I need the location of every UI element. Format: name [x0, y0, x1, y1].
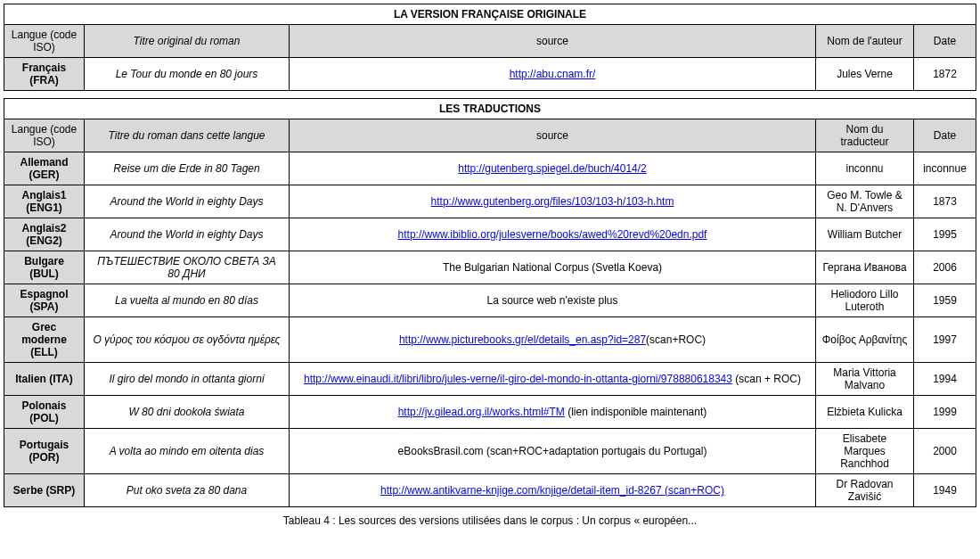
table1-title: LA VERSION FRANÇAISE ORIGINALE	[4, 4, 976, 25]
source-extra: eBooksBrasil.com (scan+ROC+adaptation po…	[398, 445, 707, 457]
table-row: Polonais (POL)W 80 dni dookoła światahtt…	[4, 396, 976, 429]
hdr-date: Date	[914, 25, 976, 58]
title-cell: Around the World in eighty Days	[85, 218, 290, 251]
source-cell: http://www.gutenberg.org/files/103/103-h…	[290, 185, 816, 218]
name-cell: Dr Radovan Zavišić	[816, 474, 914, 507]
hdr-langue: Langue (code ISO)	[4, 25, 85, 58]
table-row: Grec moderne (ELL)Ο γύρος του κόσμου σε …	[4, 317, 976, 363]
source-extra: La source web n'existe plus	[486, 294, 617, 307]
date-cell: 1872	[914, 58, 976, 91]
source-cell: http://www.einaudi.it/libri/libro/jules-…	[290, 363, 816, 396]
name-cell: Φοίβος Αρβανίτης	[816, 317, 914, 363]
table-caption: Tableau 4 : Les sources des versions uti…	[4, 514, 976, 527]
table-row: Bulgare (BUL)ПЪТЕШЕСТВИЕ ОКОЛО СВЕТА ЗА …	[4, 251, 976, 284]
table1-header-row: Langue (code ISO) Titre original du roma…	[4, 25, 976, 58]
lang-cell: Italien (ITA)	[4, 363, 85, 396]
source-link[interactable]: http://www.ibiblio.org/julesverne/books/…	[398, 228, 707, 241]
date-cell: 1997	[914, 317, 976, 363]
source-cell: The Bulgarian National Corpus (Svetla Ko…	[290, 251, 816, 284]
title-cell: La vuelta al mundo en 80 días	[85, 284, 290, 317]
hdr-nom: Nom de l'auteur	[816, 25, 914, 58]
title-cell: Ο γύρος του κόσμου σε ογδόντα ημέρες	[85, 317, 290, 363]
source-cell: http://www.ibiblio.org/julesverne/books/…	[290, 218, 816, 251]
hdr-langue: Langue (code ISO)	[4, 119, 85, 152]
name-cell: William Butcher	[816, 218, 914, 251]
lang-cell: Portugais (POR)	[4, 429, 85, 474]
source-cell: http://www.picturebooks.gr/el/details_en…	[290, 317, 816, 363]
date-cell: 1959	[914, 284, 976, 317]
table-row: Anglais1 (ENG1)Around the World in eight…	[4, 185, 976, 218]
source-extra: (lien indisponible maintenant)	[565, 406, 706, 418]
date-cell: 1999	[914, 396, 976, 429]
table-row: Serbe (SRP)Put oko sveta za 80 danahttp:…	[4, 474, 976, 507]
title-cell: Put oko sveta za 80 dana	[85, 474, 290, 507]
title-cell: Around the World in eighty Days	[85, 185, 290, 218]
table2-header-row: Langue (code ISO) Titre du roman dans ce…	[4, 119, 976, 152]
lang-cell: Anglais1 (ENG1)	[4, 185, 85, 218]
name-cell: Heliodoro Lillo Luteroth	[816, 284, 914, 317]
title-cell: A volta ao mindo em oitenta dias	[85, 429, 290, 474]
table-row: Espagnol (SPA)La vuelta al mundo en 80 d…	[4, 284, 976, 317]
source-extra: The Bulgarian National Corpus (Svetla Ko…	[443, 261, 662, 274]
source-link[interactable]: http://gutenberg.spiegel.de/buch/4014/2	[458, 162, 647, 175]
source-link[interactable]: http://www.antikvarne-knjige.com/knjige/…	[380, 484, 724, 497]
lang-cell: Grec moderne (ELL)	[4, 317, 85, 363]
hdr-date: Date	[914, 119, 976, 152]
source-extra: (scan + ROC)	[732, 373, 801, 385]
title-cell: ПЪТЕШЕСТВИЕ ОКОЛО СВЕТА ЗА 80 ДНИ	[85, 251, 290, 284]
name-cell: Jules Verne	[816, 58, 914, 91]
title-cell: Il giro del mondo in ottanta giorni	[85, 363, 290, 396]
lang-cell: Français (FRA)	[4, 58, 85, 91]
name-cell: Elisabete Marques Ranchhod	[816, 429, 914, 474]
date-cell: 2000	[914, 429, 976, 474]
lang-cell: Bulgare (BUL)	[4, 251, 85, 284]
source-cell: http://abu.cnam.fr/	[290, 58, 816, 91]
title-cell: Reise um die Erde in 80 Tagen	[85, 152, 290, 185]
name-cell: Geo M. Towle & N. D'Anvers	[816, 185, 914, 218]
name-cell: Elżbieta Kulicka	[816, 396, 914, 429]
lang-cell: Polonais (POL)	[4, 396, 85, 429]
date-cell: 1873	[914, 185, 976, 218]
table-translations: LES TRADUCTIONS Langue (code ISO) Titre …	[4, 98, 976, 507]
table-row: Portugais (POR)A volta ao mindo em oiten…	[4, 429, 976, 474]
source-link[interactable]: http://abu.cnam.fr/	[510, 68, 596, 80]
hdr-source: source	[290, 25, 816, 58]
table1-title-row: LA VERSION FRANÇAISE ORIGINALE	[4, 4, 976, 25]
lang-cell: Anglais2 (ENG2)	[4, 218, 85, 251]
name-cell: inconnu	[816, 152, 914, 185]
source-link[interactable]: http://www.einaudi.it/libri/libro/jules-…	[304, 373, 732, 385]
date-cell: 1995	[914, 218, 976, 251]
lang-cell: Serbe (SRP)	[4, 474, 85, 507]
source-cell: http://gutenberg.spiegel.de/buch/4014/2	[290, 152, 816, 185]
title-cell: W 80 dni dookoła świata	[85, 396, 290, 429]
source-link[interactable]: http://www.gutenberg.org/files/103/103-h…	[431, 195, 674, 208]
source-cell: La source web n'existe plus	[290, 284, 816, 317]
source-link[interactable]: http://jv.gilead.org.il/works.html#TM	[398, 406, 565, 418]
table2-title-row: LES TRADUCTIONS	[4, 99, 976, 119]
source-cell: eBooksBrasil.com (scan+ROC+adaptation po…	[290, 429, 816, 474]
name-cell: Гергана Иванова	[816, 251, 914, 284]
hdr-source: source	[290, 119, 816, 152]
date-cell: inconnue	[914, 152, 976, 185]
date-cell: 2006	[914, 251, 976, 284]
date-cell: 1994	[914, 363, 976, 396]
source-cell: http://jv.gilead.org.il/works.html#TM (l…	[290, 396, 816, 429]
hdr-nom: Nom du traducteur	[816, 119, 914, 152]
date-cell: 1949	[914, 474, 976, 507]
lang-cell: Allemand (GER)	[4, 152, 85, 185]
source-cell: http://www.antikvarne-knjige.com/knjige/…	[290, 474, 816, 507]
title-cell: Le Tour du monde en 80 jours	[85, 58, 290, 91]
table-original: LA VERSION FRANÇAISE ORIGINALE Langue (c…	[4, 4, 976, 91]
source-link[interactable]: http://www.picturebooks.gr/el/details_en…	[399, 333, 646, 346]
table-row: Italien (ITA)Il giro del mondo in ottant…	[4, 363, 976, 396]
name-cell: Maria Vittoria Malvano	[816, 363, 914, 396]
table-row: Allemand (GER)Reise um die Erde in 80 Ta…	[4, 152, 976, 185]
hdr-titre: Titre du roman dans cette langue	[85, 119, 290, 152]
hdr-titre: Titre original du roman	[85, 25, 290, 58]
lang-cell: Espagnol (SPA)	[4, 284, 85, 317]
source-extra: (scan+ROC)	[646, 333, 706, 346]
table-row: Anglais2 (ENG2)Around the World in eight…	[4, 218, 976, 251]
table-row: Français (FRA)Le Tour du monde en 80 jou…	[4, 58, 976, 91]
table2-title: LES TRADUCTIONS	[4, 99, 976, 119]
